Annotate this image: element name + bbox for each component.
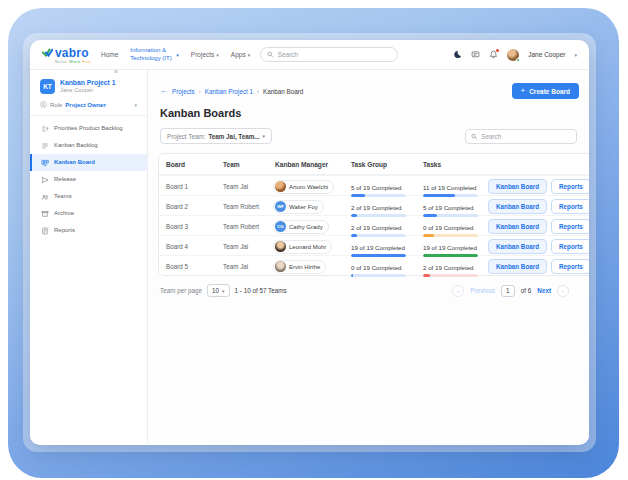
nav-apps[interactable]: Apps ▾ — [231, 51, 250, 58]
logo-text: vabro — [55, 46, 89, 60]
chevron-down-icon: ▾ — [263, 133, 266, 139]
page-count-label: of 6 — [521, 287, 532, 294]
back-arrow-icon[interactable]: ← — [160, 87, 168, 95]
logo-check-icon — [42, 48, 53, 57]
global-search[interactable] — [260, 47, 398, 62]
sidebar-collapse-icon[interactable]: « — [114, 68, 118, 75]
tasks-progress: 19 of 19 Completed — [416, 236, 487, 257]
breadcrumb-projects[interactable]: Projects — [172, 88, 195, 95]
sidebar-item-release[interactable]: Release — [30, 171, 147, 188]
table-row: Board 3 Team Robert CG Cathy Grady 2 of … — [159, 215, 589, 235]
tasks-progress: 5 of 19 Completed — [416, 196, 487, 217]
avatar-initials: CG — [275, 221, 286, 232]
task-group-progress: 2 of 19 Completed — [344, 216, 416, 237]
next-button[interactable]: Next — [537, 287, 551, 294]
boards-table: Board Team Kanban Manager Task Group Tas… — [158, 153, 589, 276]
table-row: Board 5 Team Jai Ervin Hirthe 0 of 19 Co… — [159, 255, 589, 275]
vabro-logo[interactable]: vabro Make Work Fun — [42, 46, 91, 64]
breadcrumb-separator: › — [257, 88, 259, 94]
sidebar-item-kanban-backlog[interactable]: Kanban Backlog — [30, 137, 147, 154]
priorities-icon — [41, 125, 49, 133]
task-group-progress: 5 of 19 Completed — [344, 176, 416, 197]
user-avatar[interactable] — [507, 49, 519, 61]
nav-projects[interactable]: Projects ▾ — [191, 51, 219, 58]
reports-button[interactable]: Reports — [551, 199, 589, 214]
project-name: Kanban Project 1 — [60, 79, 116, 86]
range-text: 1 - 10 of 57 Teams — [235, 287, 287, 294]
board-name: Board 4 — [159, 243, 216, 250]
project-header[interactable]: KT Kanban Project 1 Jane Cooper — [30, 77, 147, 98]
per-page-select[interactable]: 10 ▾ — [207, 284, 230, 297]
dark-mode-toggle[interactable] — [453, 50, 462, 59]
table-row: Board 4 Team Jai Leonard Mohr 19 of 19 C… — [159, 235, 589, 255]
search-icon — [471, 133, 477, 140]
page-number-input[interactable] — [501, 285, 515, 297]
chevron-down-icon: ▾ — [134, 102, 137, 108]
board-name: Board 3 — [159, 223, 216, 230]
project-owner: Jane Cooper — [60, 87, 116, 93]
next-page-circle[interactable]: › — [557, 285, 569, 297]
create-board-button[interactable]: + Create Board — [512, 83, 580, 99]
table-search-input[interactable] — [481, 133, 571, 140]
search-input[interactable] — [278, 51, 392, 58]
kanban-board-icon — [41, 159, 49, 167]
kanban-board-button[interactable]: Kanban Board — [488, 239, 547, 254]
notification-dot — [496, 49, 499, 52]
archive-icon — [41, 210, 49, 218]
moon-icon — [453, 50, 462, 59]
reports-button[interactable]: Reports — [551, 179, 589, 194]
project-team-filter[interactable]: Project Team: Team Jai, Team... ▾ — [160, 128, 272, 144]
team-name: Team Jai — [216, 183, 268, 190]
sidebar-item-kanban-board[interactable]: Kanban Board — [30, 154, 147, 171]
online-status-dot — [516, 58, 520, 62]
avatar — [275, 181, 286, 192]
user-name[interactable]: Jane Cooper — [528, 51, 565, 58]
team-name: Team Jai — [216, 243, 268, 250]
reports-icon — [41, 227, 49, 235]
chevron-down-icon[interactable]: ▾ — [574, 52, 577, 58]
kanban-manager-chip: CG Cathy Grady — [273, 220, 329, 234]
page-background: vabro Make Work Fun Home Information & T… — [0, 0, 628, 480]
primary-nav: Home Information & Technology (IT) ▾ Pro… — [101, 47, 250, 62]
kanban-board-button[interactable]: Kanban Board — [488, 259, 547, 274]
main-content: ← Projects › Kanban Project 1 › Kanban B… — [148, 70, 589, 444]
breadcrumb: ← Projects › Kanban Project 1 › Kanban B… — [160, 87, 303, 95]
table-search[interactable] — [465, 129, 577, 144]
tasks-progress: 11 of 19 Completed — [416, 176, 487, 197]
nav-home[interactable]: Home — [101, 51, 118, 58]
reports-button[interactable]: Reports — [551, 219, 589, 234]
nav-information-technology[interactable]: Information & Technology (IT) ▾ — [130, 47, 179, 62]
role-selector[interactable]: Role Project Owner ▾ — [30, 98, 147, 116]
chevron-down-icon: ▾ — [248, 52, 251, 58]
logo-tagline: Make Work Fun — [55, 59, 91, 64]
sidebar-item-teams[interactable]: Teams — [30, 188, 147, 205]
messages-button[interactable] — [471, 50, 480, 59]
sidebar-item-priorities-product-backlog[interactable]: Priorities Product Backlog — [30, 120, 147, 137]
breadcrumb-separator: › — [199, 88, 201, 94]
kanban-board-button[interactable]: Kanban Board — [488, 219, 547, 234]
chevron-left-icon: ‹ — [457, 288, 459, 294]
plus-icon: + — [521, 87, 526, 95]
per-page-label: Team per page — [160, 287, 202, 294]
sidebar-item-archive[interactable]: Archive — [30, 205, 147, 222]
prev-page-circle[interactable]: ‹ — [452, 285, 464, 297]
board-name: Board 2 — [159, 203, 216, 210]
breadcrumb-kanban-project[interactable]: Kanban Project 1 — [205, 88, 253, 95]
previous-button[interactable]: Previous — [470, 287, 495, 294]
avatar — [275, 241, 286, 252]
tasks-progress: 0 of 19 Completed — [416, 216, 487, 237]
page-title: Kanban Boards — [160, 107, 589, 119]
kanban-board-button[interactable]: Kanban Board — [488, 199, 547, 214]
reports-button[interactable]: Reports — [551, 259, 589, 274]
teams-icon — [41, 193, 49, 201]
kanban-manager-chip: Ervin Hirthe — [273, 260, 326, 274]
breadcrumb-current: Kanban Board — [263, 88, 303, 95]
sidebar-item-reports[interactable]: Reports — [30, 222, 147, 239]
kanban-manager-chip: Arturo Waelchi — [273, 180, 334, 194]
notifications-button[interactable] — [489, 50, 498, 59]
kanban-board-button[interactable]: Kanban Board — [488, 179, 547, 194]
avatar — [275, 261, 286, 272]
task-group-progress: 19 of 19 Completed — [344, 236, 416, 257]
reports-button[interactable]: Reports — [551, 239, 589, 254]
kanban-manager-chip: Leonard Mohr — [273, 240, 332, 254]
